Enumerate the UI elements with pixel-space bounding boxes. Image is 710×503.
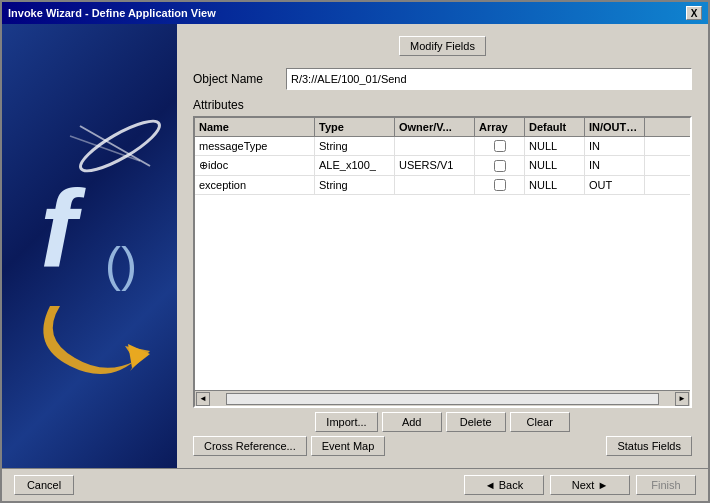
row2-name: ⊕idoc bbox=[195, 156, 315, 175]
row2-array[interactable] bbox=[475, 156, 525, 175]
table-row[interactable]: messageType String NULL IN bbox=[195, 137, 690, 156]
event-map-button[interactable]: Event Map bbox=[311, 436, 386, 456]
footer-left: Cancel bbox=[14, 475, 74, 495]
footer: Cancel ◄ Back Next ► Finish bbox=[2, 468, 708, 501]
scroll-track bbox=[226, 393, 659, 405]
finish-button[interactable]: Finish bbox=[636, 475, 696, 495]
row1-array-checkbox[interactable] bbox=[494, 140, 506, 152]
row3-array[interactable] bbox=[475, 176, 525, 194]
table-row[interactable]: exception String NULL OUT bbox=[195, 176, 690, 195]
table-body: messageType String NULL IN ⊕idoc ALE_x10… bbox=[195, 137, 690, 390]
main-window: Invoke Wizard - Define Application View … bbox=[0, 0, 710, 503]
row3-type: String bbox=[315, 176, 395, 194]
object-name-row: Object Name bbox=[193, 68, 692, 90]
content-area: f () Modify Fields Object Name bbox=[2, 24, 708, 468]
row1-default: NULL bbox=[525, 137, 585, 155]
modify-fields-button[interactable]: Modify Fields bbox=[399, 36, 486, 56]
row3-owner bbox=[395, 176, 475, 194]
row2-inout: IN bbox=[585, 156, 645, 175]
row2-type: ALE_x100_ bbox=[315, 156, 395, 175]
right-panel: Modify Fields Object Name Attributes Nam… bbox=[177, 24, 708, 468]
svg-text:f: f bbox=[40, 166, 86, 289]
clear-button[interactable]: Clear bbox=[510, 412, 570, 432]
horizontal-scrollbar[interactable]: ◄ ► bbox=[195, 390, 690, 406]
bottom-right-buttons: Status Fields bbox=[606, 436, 692, 456]
modify-fields-row: Modify Fields bbox=[193, 36, 692, 56]
row1-type: String bbox=[315, 137, 395, 155]
bottom-buttons-row: Cross Reference... Event Map Status Fiel… bbox=[193, 436, 692, 456]
col-type: Type bbox=[315, 118, 395, 136]
row2-default: NULL bbox=[525, 156, 585, 175]
col-name: Name bbox=[195, 118, 315, 136]
logo-svg: f () bbox=[10, 106, 170, 386]
col-array: Array bbox=[475, 118, 525, 136]
row1-owner bbox=[395, 137, 475, 155]
title-bar: Invoke Wizard - Define Application View … bbox=[2, 2, 708, 24]
close-button[interactable]: X bbox=[686, 6, 702, 20]
attributes-label: Attributes bbox=[193, 98, 692, 112]
cross-reference-button[interactable]: Cross Reference... bbox=[193, 436, 307, 456]
row1-inout: IN bbox=[585, 137, 645, 155]
import-row: Import... Add Delete Clear bbox=[193, 412, 692, 432]
row2-owner: USERS/V1 bbox=[395, 156, 475, 175]
attributes-group: Attributes Name Type Owner/V... Array De… bbox=[193, 98, 692, 456]
logo-container: f () bbox=[2, 24, 177, 468]
scroll-left-btn[interactable]: ◄ bbox=[196, 392, 210, 406]
status-fields-button[interactable]: Status Fields bbox=[606, 436, 692, 456]
window-title: Invoke Wizard - Define Application View bbox=[8, 7, 216, 19]
table-row[interactable]: ⊕idoc ALE_x100_ USERS/V1 NULL IN bbox=[195, 156, 690, 176]
add-button[interactable]: Add bbox=[382, 412, 442, 432]
delete-button[interactable]: Delete bbox=[446, 412, 506, 432]
footer-right: ◄ Back Next ► Finish bbox=[464, 475, 696, 495]
svg-point-0 bbox=[75, 113, 165, 179]
row3-name: exception bbox=[195, 176, 315, 194]
col-inout: IN/OUT/I... bbox=[585, 118, 645, 136]
row1-name: messageType bbox=[195, 137, 315, 155]
left-panel: f () bbox=[2, 24, 177, 468]
col-default: Default bbox=[525, 118, 585, 136]
scroll-right-btn[interactable]: ► bbox=[675, 392, 689, 406]
svg-text:(): () bbox=[105, 238, 137, 291]
row3-default: NULL bbox=[525, 176, 585, 194]
object-name-input[interactable] bbox=[286, 68, 692, 90]
svg-marker-5 bbox=[128, 344, 150, 368]
cancel-button[interactable]: Cancel bbox=[14, 475, 74, 495]
row3-inout: OUT bbox=[585, 176, 645, 194]
row1-array[interactable] bbox=[475, 137, 525, 155]
table-header: Name Type Owner/V... Array Default IN/OU… bbox=[195, 118, 690, 137]
import-button[interactable]: Import... bbox=[315, 412, 377, 432]
object-name-label: Object Name bbox=[193, 72, 278, 86]
bottom-left-buttons: Cross Reference... Event Map bbox=[193, 436, 385, 456]
col-owner: Owner/V... bbox=[395, 118, 475, 136]
row2-array-checkbox[interactable] bbox=[494, 160, 506, 172]
row3-array-checkbox[interactable] bbox=[494, 179, 506, 191]
next-button[interactable]: Next ► bbox=[550, 475, 630, 495]
attributes-table: Name Type Owner/V... Array Default IN/OU… bbox=[193, 116, 692, 408]
back-button[interactable]: ◄ Back bbox=[464, 475, 544, 495]
